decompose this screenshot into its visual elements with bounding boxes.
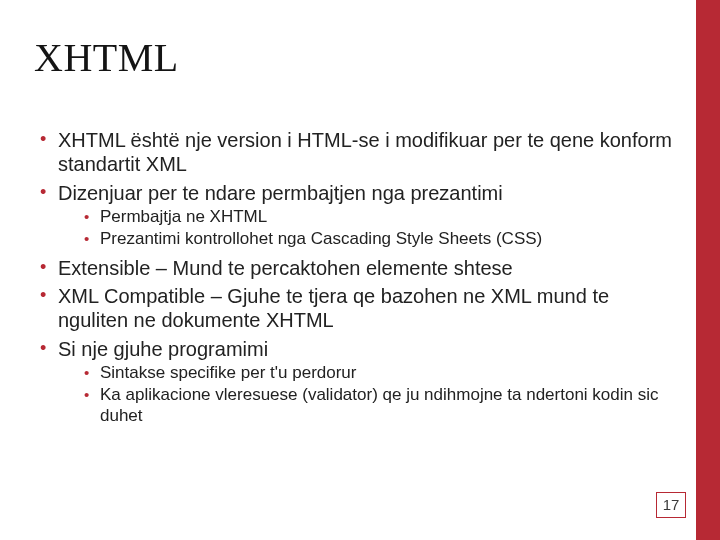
sub-bullet-text: Ka aplikacione vleresuese (validator) qe… xyxy=(100,385,659,425)
bullet-text: Si nje gjuhe programimi xyxy=(58,338,268,360)
bullet-text: XML Compatible – Gjuhe te tjera qe bazoh… xyxy=(58,285,609,331)
bullet-item: XHTML është nje version i HTML-se i modi… xyxy=(34,128,672,177)
sub-bullet-item: Permbajtja ne XHTML xyxy=(80,207,672,228)
bullet-text: Dizenjuar per te ndare permbajtjen nga p… xyxy=(58,182,503,204)
sub-bullet-text: Prezantimi kontrollohet nga Cascading St… xyxy=(100,229,542,248)
slide-title: XHTML xyxy=(34,34,179,81)
bullet-item: Si nje gjuhe programimi Sintakse specifi… xyxy=(34,337,672,427)
sub-bullet-text: Sintakse specifike per t'u perdorur xyxy=(100,363,357,382)
sub-bullet-item: Sintakse specifike per t'u perdorur xyxy=(80,363,672,384)
bullet-item: XML Compatible – Gjuhe te tjera qe bazoh… xyxy=(34,284,672,333)
sub-bullet-text: Permbajtja ne XHTML xyxy=(100,207,267,226)
accent-side-bar xyxy=(696,0,720,540)
bullet-item: Extensible – Mund te percaktohen element… xyxy=(34,256,672,280)
sub-bullet-item: Prezantimi kontrollohet nga Cascading St… xyxy=(80,229,672,250)
sub-bullet-list: Permbajtja ne XHTML Prezantimi kontrollo… xyxy=(58,207,672,249)
sub-bullet-list: Sintakse specifike per t'u perdorur Ka a… xyxy=(58,363,672,426)
page-number: 17 xyxy=(656,492,686,518)
bullet-text: XHTML është nje version i HTML-se i modi… xyxy=(58,129,672,175)
bullet-text: Extensible – Mund te percaktohen element… xyxy=(58,257,513,279)
slide: XHTML XHTML është nje version i HTML-se … xyxy=(0,0,720,540)
bullet-item: Dizenjuar per te ndare permbajtjen nga p… xyxy=(34,181,672,250)
bullet-list: XHTML është nje version i HTML-se i modi… xyxy=(34,128,672,426)
sub-bullet-item: Ka aplikacione vleresuese (validator) qe… xyxy=(80,385,672,426)
slide-content: XHTML është nje version i HTML-se i modi… xyxy=(34,128,672,432)
